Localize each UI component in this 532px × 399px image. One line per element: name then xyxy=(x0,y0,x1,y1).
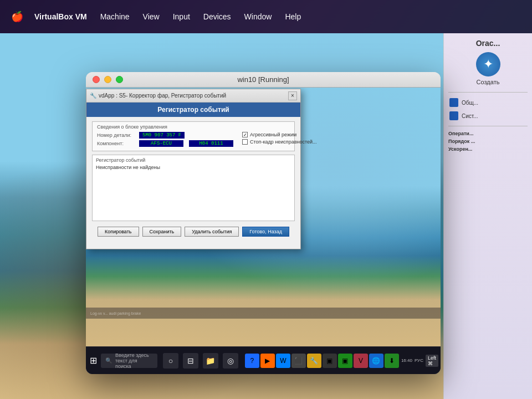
win-desktop: 📄 Log-Log... 📄 Log-Log... 📄 Log-Log11 xyxy=(86,88,441,346)
create-icon[interactable] xyxy=(476,52,500,76)
done-button[interactable]: Готово, Назад xyxy=(242,227,289,237)
info-row-3: Ускорен... xyxy=(448,145,528,153)
detail-row: Номер детали: 5M0 907 357 F xyxy=(97,132,233,139)
app-icon-1[interactable]: ? xyxy=(245,354,259,368)
checkbox-stopframe[interactable]: Стоп-кадр неисправностей... xyxy=(242,139,317,145)
divider-2 xyxy=(448,126,528,126)
app-icon-4[interactable]: ⬛ xyxy=(291,354,306,368)
dialog-titlebar: 🔧 vdApp : S5- Корректор фар, Регистратор… xyxy=(86,89,300,103)
taskbar-apps: ? ▶ W ⬛ 🔧 ▣ ▣ V 🌐 ⬇ xyxy=(245,354,399,368)
search-bar[interactable]: 🔍 Введите здесь текст для поиска xyxy=(101,354,157,368)
app-icon-5[interactable]: 🔧 xyxy=(307,354,321,368)
component-row: Компонент: AFS-ECU H04 0111 xyxy=(97,140,233,147)
divider xyxy=(448,92,528,93)
list-icon-2 xyxy=(449,111,458,120)
info-label-1: Операти... xyxy=(448,131,473,136)
list-icon-1 xyxy=(449,98,458,107)
app-icon-8[interactable]: V xyxy=(354,354,368,368)
taskbar-layout: РУС xyxy=(415,358,423,363)
taskbar-shortcut: Left ⌘ xyxy=(426,355,438,367)
dialog-window: 🔧 vdApp : S5- Корректор фар, Регистратор… xyxy=(86,89,301,249)
checkbox-aggressive-label: Агрессивный режим xyxy=(250,132,296,137)
menubar-machine[interactable]: Machine xyxy=(94,0,136,33)
dialog-close-button[interactable]: × xyxy=(288,91,297,100)
checkbox-stopframe-check[interactable] xyxy=(242,139,248,145)
vbox-titlebar: win10 [Running] xyxy=(86,72,441,88)
copy-button[interactable]: Копировать xyxy=(98,227,139,237)
desktop: 🍎 VirtualBox VM Machine View Input Devic… xyxy=(0,0,532,399)
checkbox-stopframe-label: Стоп-кадр неисправностей... xyxy=(250,139,317,145)
info-section-title: Сведения о блоке управления xyxy=(97,124,290,130)
vbox-title: win10 [Running] xyxy=(123,75,403,84)
menubar-virtualbox-vm[interactable]: VirtualBox VM xyxy=(28,0,94,33)
dialog-title-label: vdApp : S5- Корректор фар, Регистратор с… xyxy=(99,93,226,99)
app-icon-6[interactable]: ▣ xyxy=(323,354,337,368)
menubar-input[interactable]: Input xyxy=(166,0,197,33)
app-icon-3[interactable]: W xyxy=(276,354,290,368)
search-icon: 🔍 xyxy=(105,357,112,364)
taskbar-icon-1[interactable]: ○ xyxy=(163,353,178,369)
log-text: Неисправности не найдены xyxy=(96,165,291,170)
maximize-button[interactable] xyxy=(116,76,123,83)
component-value1: AFS-ECU xyxy=(139,140,183,147)
log-section: Регистратор событий Неисправности не най… xyxy=(92,155,295,221)
taskbar-time: 16:40 xyxy=(401,358,412,363)
dialog-title-text: 🔧 vdApp : S5- Корректор фар, Регистратор… xyxy=(90,93,226,99)
traffic-lights xyxy=(93,76,123,83)
start-button[interactable]: ⊞ xyxy=(88,352,99,370)
info-section: Сведения о блоке управления Номер детали… xyxy=(92,121,295,151)
info-row-1: Операти... xyxy=(448,130,528,137)
dialog-header-text: Регистратор событий xyxy=(157,106,229,114)
menubar-view[interactable]: View xyxy=(136,0,166,33)
component-value2: H04 0111 xyxy=(189,140,233,147)
delete-button[interactable]: Удалить события xyxy=(185,227,239,237)
list-item-label-1: Общ... xyxy=(462,100,478,106)
create-button-area[interactable]: Создать xyxy=(448,52,528,85)
menubar-help[interactable]: Help xyxy=(278,0,308,33)
app-icon-10[interactable]: ⬇ xyxy=(385,354,399,368)
close-button[interactable] xyxy=(93,76,100,83)
taskbar-hint: Log-vx v... audi parking brake xyxy=(86,308,441,319)
detail-label: Номер детали: xyxy=(97,132,136,138)
app-icon-2[interactable]: ▶ xyxy=(260,354,275,368)
minimize-button[interactable] xyxy=(104,76,111,83)
right-panel: Orac... Создать Общ... Сист... Операти..… xyxy=(443,33,532,399)
checkbox-aggressive[interactable]: ✓ Агрессивный режим xyxy=(242,132,317,137)
apple-menu[interactable]: 🍎 xyxy=(7,0,28,33)
win-taskbar: ⊞ 🔍 Введите здесь текст для поиска ○ ⊟ 📁… xyxy=(86,346,441,374)
dialog-body: Сведения о блоке управления Номер детали… xyxy=(86,117,300,243)
taskbar-hint-text: Log-vx v... audi parking brake xyxy=(90,311,141,315)
app-icon-7[interactable]: ▣ xyxy=(338,354,352,368)
list-item-2[interactable]: Сист... xyxy=(448,109,528,122)
taskbar-icons: ○ ⊟ 📁 ◎ xyxy=(163,353,238,369)
virtualbox-window: win10 [Running] 📄 Log-Log... 📄 Log- xyxy=(86,72,441,374)
dialog-header: Регистратор событий xyxy=(86,103,300,117)
log-section-label: Регистратор событий xyxy=(96,157,291,163)
list-item-1[interactable]: Общ... xyxy=(448,96,528,109)
vm-screen[interactable]: 📄 Log-Log... 📄 Log-Log... 📄 Log-Log11 xyxy=(86,88,441,374)
taskbar-icon-4[interactable]: ◎ xyxy=(223,353,238,369)
oracle-title: Orac... xyxy=(448,39,528,48)
list-item-label-2: Сист... xyxy=(462,113,478,119)
info-row-2: Порядок ... xyxy=(448,137,528,145)
dialog-buttons: Копировать Сохранить Удалить события Гот… xyxy=(92,224,295,239)
detail-value: 5M0 907 357 F xyxy=(139,132,185,139)
info-label-3: Ускорен... xyxy=(448,146,472,152)
taskbar-icon-2[interactable]: ⊟ xyxy=(183,353,198,369)
app-icon-9[interactable]: 🌐 xyxy=(369,354,383,368)
info-label-2: Порядок ... xyxy=(448,139,475,144)
menubar: 🍎 VirtualBox VM Machine View Input Devic… xyxy=(0,0,532,33)
checkbox-aggressive-check[interactable]: ✓ xyxy=(242,132,248,137)
search-text: Введите здесь текст для поиска xyxy=(115,352,153,369)
menubar-devices[interactable]: Devices xyxy=(197,0,238,33)
taskbar-icon-3[interactable]: 📁 xyxy=(203,353,218,369)
component-label: Компонент: xyxy=(97,141,136,146)
taskbar-right: 16:40 РУС Left ⌘ xyxy=(401,355,438,367)
create-label: Создать xyxy=(477,79,500,85)
save-button[interactable]: Сохранить xyxy=(142,227,182,237)
menubar-window[interactable]: Window xyxy=(238,0,279,33)
